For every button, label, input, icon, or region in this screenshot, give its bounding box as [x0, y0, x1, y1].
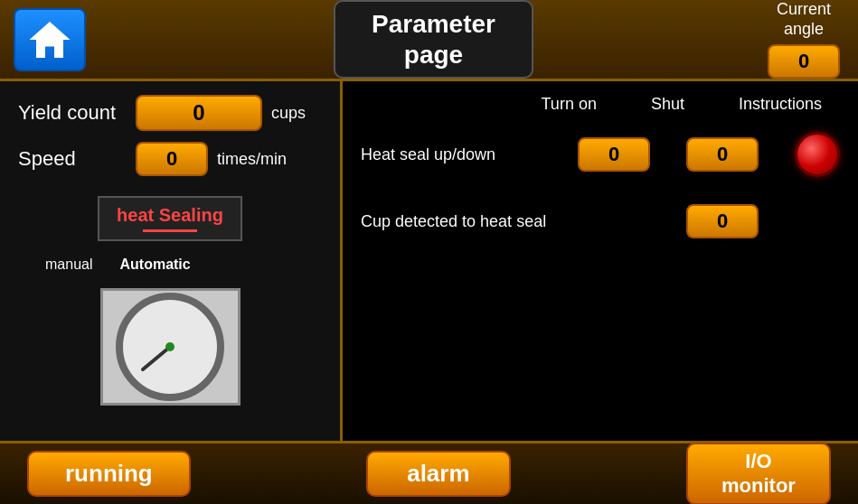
alarm-button[interactable]: alarm: [366, 451, 511, 497]
speed-label: Speed: [18, 147, 127, 171]
svg-marker-0: [30, 22, 71, 58]
yield-count-input[interactable]: 0: [136, 95, 262, 131]
speed-row: Speed 0 times/min: [18, 142, 322, 176]
heat-seal-shut[interactable]: 0: [686, 137, 759, 172]
svg-line-1: [143, 347, 170, 369]
home-icon: [27, 17, 72, 62]
io-monitor-button[interactable]: I/OI/O monitormonitor: [686, 443, 831, 504]
heat-seal-row: Heat seal up/down 0 0: [361, 132, 840, 177]
manual-label[interactable]: manual: [45, 257, 92, 273]
speed-unit: times/min: [217, 150, 287, 169]
cup-detected-label: Cup detected to heat seal: [361, 212, 560, 231]
manual-auto-row: manual Automatic: [45, 257, 322, 273]
current-angle-area: Currentangle 0: [768, 0, 840, 78]
current-angle-value[interactable]: 0: [768, 44, 840, 79]
dial-circle: [116, 293, 224, 401]
heat-sealing-box[interactable]: heat Sealing: [98, 196, 242, 241]
automatic-label[interactable]: Automatic: [119, 257, 190, 273]
heat-seal-inputs: 0 0: [578, 132, 840, 177]
yield-count-row: Yield count 0 cups: [18, 95, 322, 131]
left-panel: Yield count 0 cups Speed 0 times/min hea…: [0, 81, 343, 441]
speed-input[interactable]: 0: [136, 142, 208, 176]
bottom-bar: running alarm I/OI/O monitormonitor: [0, 441, 858, 504]
top-bar: Parameter page Currentangle 0: [0, 0, 858, 81]
right-header: Turn on Shut Instructions: [361, 95, 840, 114]
cup-detected-shut[interactable]: 0: [686, 204, 759, 238]
cup-detected-inputs: 0: [578, 204, 759, 238]
col-instructions-header: Instructions: [739, 95, 822, 114]
home-button[interactable]: [14, 8, 86, 71]
page-title-area: Parameter page: [99, 0, 768, 79]
page-title: Parameter page: [334, 0, 533, 79]
running-button[interactable]: running: [27, 451, 191, 497]
svg-point-2: [165, 342, 174, 351]
heat-seal-indicator: [795, 132, 840, 177]
yield-count-label: Yield count: [18, 101, 127, 125]
cup-detected-row: Cup detected to heat seal 0: [361, 204, 840, 238]
dial-svg: [125, 302, 215, 392]
dial-container: [18, 288, 322, 406]
heat-sealing-label: heat Sealing: [113, 205, 227, 226]
yield-count-unit: cups: [271, 104, 306, 123]
heat-seal-label: Heat seal up/down: [361, 145, 560, 164]
heat-sealing-underline: [143, 229, 197, 232]
col-shut-header: Shut: [651, 95, 684, 114]
current-angle-label: Currentangle: [777, 0, 831, 39]
main-content: Yield count 0 cups Speed 0 times/min hea…: [0, 81, 858, 441]
heat-seal-turn-on[interactable]: 0: [578, 137, 650, 172]
right-panel: Turn on Shut Instructions Heat seal up/d…: [343, 81, 858, 441]
dial-box[interactable]: [100, 288, 240, 406]
col-turn-on-header: Turn on: [542, 95, 597, 114]
